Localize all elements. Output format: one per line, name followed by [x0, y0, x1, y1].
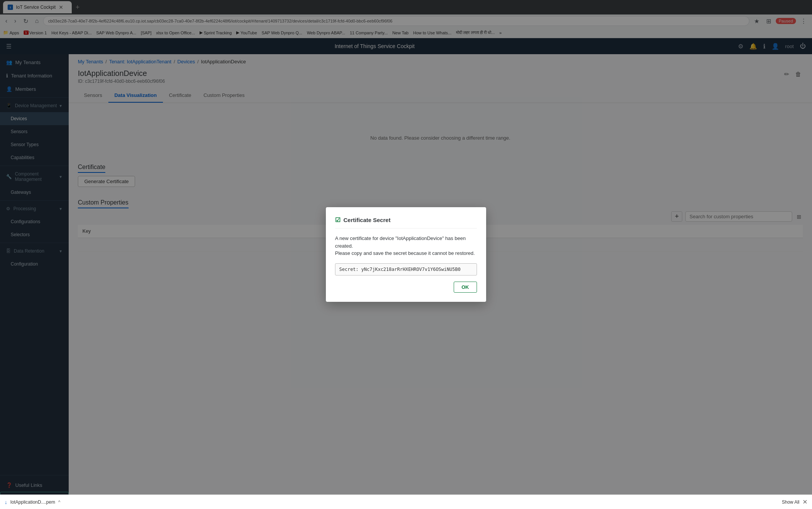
download-filename: IotApplicationD....pem — [10, 499, 55, 505]
dialog-check-icon: ☑ — [335, 216, 340, 224]
dialog-body: A new certificate for device "IotApplica… — [335, 235, 477, 257]
show-all-btn[interactable]: Show All — [782, 499, 799, 505]
dialog-body-line1: A new certificate for device "IotApplica… — [335, 235, 477, 250]
download-bar-close-btn[interactable]: ✕ — [802, 498, 807, 506]
dialog-ok-btn[interactable]: OK — [454, 282, 477, 293]
secret-label: Secret: — [339, 267, 359, 272]
download-file-icon: ↓ — [5, 499, 7, 505]
dialog-header: ☑ Certificate Secret — [335, 216, 477, 229]
download-expand-btn[interactable]: ^ — [58, 499, 60, 505]
dialog-footer: OK — [335, 282, 477, 293]
dialog-backdrop: ☑ Certificate Secret A new certificate f… — [0, 0, 812, 509]
dialog-body-line2: Please copy and save the secret because … — [335, 250, 477, 257]
download-bar-right: Show All ✕ — [782, 498, 807, 506]
secret-box[interactable]: Secret: yNc7jKxc218arRrHXEHROV7v1Y6OSwiN… — [335, 263, 477, 275]
download-bar: ↓ IotApplicationD....pem ^ Show All ✕ — [0, 495, 812, 509]
certificate-secret-dialog: ☑ Certificate Secret A new certificate f… — [326, 207, 486, 302]
download-item: ↓ IotApplicationD....pem ^ — [5, 499, 60, 505]
dialog-title: Certificate Secret — [343, 217, 390, 223]
secret-value: yNc7jKxc218arRrHXEHROV7v1Y6OSwiNU5B0 — [361, 267, 461, 272]
